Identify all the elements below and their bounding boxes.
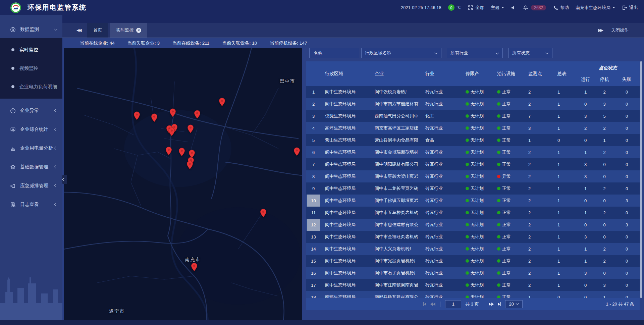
sidebar-item-企业异常[interactable]: 企业异常 [0, 101, 62, 120]
cell-stopped: 5 [595, 110, 614, 122]
status-dot-icon [497, 283, 500, 287]
row-index-cell: 18 [306, 291, 321, 298]
cell-monitor-points: 2 [526, 158, 551, 170]
sidebar-item-label: 数据监测 [20, 26, 39, 33]
map-pin-icon[interactable] [219, 98, 225, 106]
col-header-industry: 行业 [423, 61, 460, 86]
sidebar-item-企业用电量分析[interactable]: 企业用电量分析 [0, 139, 62, 158]
row-index-cell: 5 [306, 134, 321, 146]
table-row[interactable]: 12阆中生态环境局阆中市忠信建材有限公砖瓦行业无计划正常21003 [306, 219, 640, 231]
name-filter-field[interactable] [309, 48, 359, 58]
table-row[interactable]: 5营山生态环境局营山县润丰肉食品有限食品无计划正常10010 [306, 134, 640, 146]
table-row[interactable]: 4高坪生态环境局南充市高坪区王家店建砖瓦行业无计划正常31220 [306, 122, 640, 134]
cell-region: 高坪生态环境局 [321, 122, 370, 134]
region-filter-select[interactable]: 行政区域名称 [361, 48, 441, 58]
logout-button[interactable]: 退出 [622, 5, 638, 11]
temperature-badge: 0 [448, 4, 454, 11]
cell-region: 阆中生态环境局 [321, 158, 370, 170]
cell-facility-status: 正常 [495, 267, 526, 279]
table-row[interactable]: 16阆中生态环境局阆中市石子页岩机砖厂砖瓦行业无计划正常21300 [306, 267, 640, 279]
map-panel[interactable]: 巴中市南充市遂宁市 [64, 48, 302, 320]
table-row[interactable]: 17阆中生态环境局阆中市江南镇阆南页岩砖瓦行业无计划正常21030 [306, 279, 640, 291]
cell-industry: 砖瓦行业 [423, 86, 460, 98]
cell-company: 南部县砖瓦建材有限公 [370, 291, 423, 298]
first-page-button[interactable] [423, 302, 426, 306]
chevron-left-icon [54, 128, 58, 131]
sidebar-item-企业综合统计[interactable]: 企业综合统计 [0, 120, 62, 139]
notifications-button[interactable]: 2632 [523, 5, 546, 10]
table-scrollbar-thumb[interactable] [640, 61, 642, 298]
industry-filter-select[interactable]: 所有行业 [447, 48, 503, 58]
cell-industry: 砖瓦行业 [423, 231, 460, 243]
name-filter-input[interactable] [313, 50, 356, 56]
table-row[interactable]: 6阆中生态环境局阆中市金博瑞新型墙材砖瓦行业无计划正常21120 [306, 146, 640, 158]
sidebar-item-日志查看[interactable]: 日志查看 [0, 195, 62, 214]
row-index-cell: 12 [306, 219, 321, 231]
tab-实时监控[interactable]: 实时监控× [110, 23, 147, 38]
table-row[interactable]: 1阆中生态环境局阆中强锐页岩砖厂砖瓦行业无计划正常21120 [306, 86, 640, 98]
cell-stopped: 2 [595, 255, 614, 267]
map-pin-icon[interactable] [168, 127, 175, 136]
last-page-button[interactable] [498, 302, 501, 306]
sidebar-item-基础数据管理[interactable]: 基础数据管理 [0, 158, 62, 176]
tabs-scroll-left-button[interactable]: ◀◀ [62, 23, 87, 38]
cell-region: 营山生态环境局 [321, 134, 370, 146]
cell-running: 0 [576, 219, 595, 231]
page-size-select[interactable]: 20 [505, 300, 523, 308]
map-pin-icon[interactable] [194, 110, 201, 119]
sidebar-subitem-视频监控[interactable]: 视频监控 [0, 59, 62, 77]
table-row[interactable]: 11阆中生态环境局阆中市五马桥页岩机砖砖瓦行业无计划正常21120 [306, 207, 640, 219]
table-row[interactable]: 10阆中生态环境局阆中千佛镇五郎垭页岩砖瓦行业无计划正常21003 [306, 195, 640, 207]
sidebar-item-label: 企业综合统计 [20, 126, 48, 132]
help-button[interactable]: 帮助 [553, 5, 569, 11]
cell-running: 3 [576, 110, 595, 122]
map-pin-icon[interactable] [260, 209, 267, 217]
tab-首页[interactable]: 首页 [87, 23, 108, 38]
map-pin-icon[interactable] [293, 147, 300, 156]
tab-close-icon[interactable]: × [136, 28, 141, 33]
map-pin-icon[interactable] [186, 161, 193, 169]
close-operations-button[interactable]: 关闭操作 [611, 27, 629, 33]
fullscreen-button[interactable]: 全屏 [468, 5, 484, 11]
table-row[interactable]: 7阆中生态环境局阆中明阳建材有限公司砖瓦行业无计划正常21300 [306, 158, 640, 170]
table-row[interactable]: 13阆中生态环境局阆中市金福旺页岩机砖砖瓦行业无计划正常21300 [306, 231, 640, 243]
status-filter-select[interactable]: 所有状态 [508, 48, 552, 58]
prev-page-button[interactable] [430, 303, 435, 306]
mute-button[interactable] [511, 5, 516, 10]
map-pin-icon[interactable] [187, 124, 194, 133]
row-index: 15 [306, 255, 321, 267]
next-page-button[interactable] [489, 303, 494, 306]
map-pin-icon[interactable] [169, 108, 176, 117]
table-row[interactable]: 18南部生态环境局南部县砖瓦建材有限公砖瓦行业无计划正常10010 [306, 291, 640, 298]
sidebar-item-应急减排管理[interactable]: 应急减排管理 [0, 176, 62, 195]
table-row[interactable]: 15阆中生态环境局阆中市光富页岩机砖厂砖瓦行业无计划正常21120 [306, 255, 640, 267]
sidebar-item-数据监测[interactable]: 数据监测 [0, 21, 62, 38]
map-pin-icon[interactable] [151, 113, 158, 122]
map-pin-icon[interactable] [191, 263, 198, 271]
sidebar-subitem-实时监控[interactable]: 实时监控 [0, 41, 62, 59]
table-row[interactable]: 14阆中生态环境局阆中大兴页岩机砖厂砖瓦行业无计划正常21120 [306, 243, 640, 255]
enterprise-table-panel: 行政区域名称 所有行业 所有状态 行政区域 企业 行业 停限产 治污设施 监测点… [306, 48, 640, 310]
table-row[interactable]: 2阆中生态环境局阆中市南方节能建材有砖瓦行业无计划正常21030 [306, 98, 640, 110]
sidebar-subitem-企业电力负荷明细[interactable]: 企业电力负荷明细 [0, 77, 62, 96]
cell-stopped: 0 [595, 195, 614, 207]
cell-lost: 0 [614, 134, 640, 146]
map-pin-icon[interactable] [133, 111, 140, 120]
page-number-input[interactable] [445, 300, 461, 308]
cell-industry: 砖瓦行业 [423, 158, 460, 170]
tabs-scroll-right-button[interactable]: ▶▶ [598, 28, 602, 33]
cell-total-meters: 1 [551, 207, 576, 219]
table-body: 1阆中生态环境局阆中强锐页岩砖厂砖瓦行业无计划正常211202阆中生态环境局阆中… [306, 86, 640, 298]
org-dropdown[interactable]: 南充市生态环境局 [576, 5, 615, 11]
map-pin-icon[interactable] [165, 147, 172, 155]
status-filter-value: 所有状态 [512, 50, 530, 56]
row-index: 2 [306, 98, 321, 110]
map-pin-icon[interactable] [178, 148, 185, 156]
row-index-cell: 1 [306, 86, 321, 98]
theme-dropdown[interactable]: 主题 [491, 5, 504, 11]
table-row[interactable]: 8阆中生态环境局阆中市枣碧大梁山页岩砖瓦行业无计划异常21300 [306, 170, 640, 182]
cell-stopped: 0 [595, 267, 614, 279]
table-row[interactable]: 3仪陇生态环境局西南油气田分公司川中化工无计划正常71350 [306, 110, 640, 122]
table-row[interactable]: 9阆中生态环境局阆中市二龙长宝页岩砖砖瓦行业无计划正常21120 [306, 182, 640, 195]
cell-running: 1 [576, 182, 595, 195]
